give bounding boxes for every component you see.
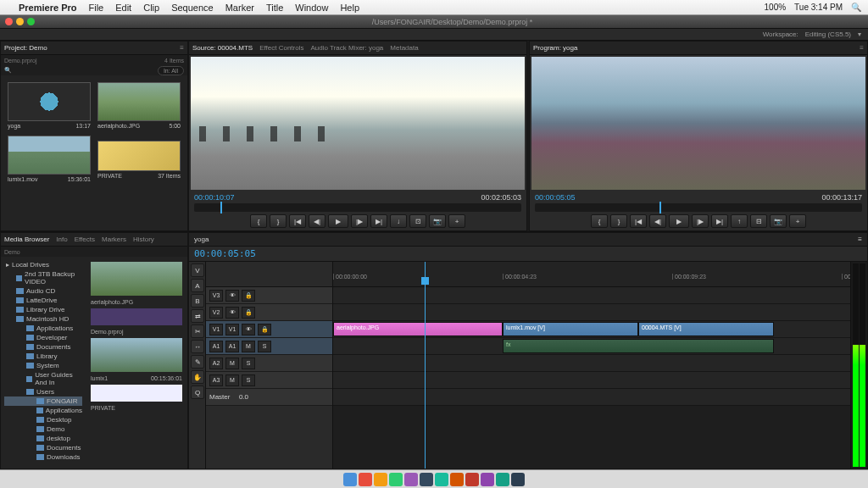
- bin-item[interactable]: yoga13:17: [8, 82, 91, 129]
- step-back-button[interactable]: ◀|: [309, 214, 326, 228]
- tree-node[interactable]: Users: [4, 387, 82, 396]
- mark-in-button[interactable]: {: [591, 214, 608, 228]
- dock-icon[interactable]: [374, 473, 387, 486]
- overwrite-button[interactable]: ⊡: [409, 214, 426, 228]
- bin-item[interactable]: PRIVATE37 Items: [97, 136, 181, 182]
- extract-button[interactable]: ⊟: [750, 214, 767, 228]
- tab-media-browser[interactable]: Media Browser: [4, 236, 49, 243]
- spotlight-icon[interactable]: 🔍: [851, 3, 861, 12]
- tab-project[interactable]: Project: Demo: [4, 44, 47, 52]
- tab-program[interactable]: Program: yoga: [533, 44, 577, 52]
- track-header-v2[interactable]: V2👁🔒: [206, 304, 332, 321]
- folder-icon[interactable]: [97, 141, 181, 171]
- workspace-selector[interactable]: Editing (CS5.5): [805, 30, 851, 38]
- lift-button[interactable]: ↑: [731, 214, 748, 228]
- tree-node[interactable]: Documents: [4, 342, 82, 352]
- step-back-button[interactable]: ◀|: [649, 214, 666, 228]
- tab-markers[interactable]: Markers: [102, 236, 126, 243]
- timeline-timecode[interactable]: 00:00:05:05: [194, 248, 256, 259]
- panel-menu-icon[interactable]: ≡: [858, 236, 862, 243]
- go-to-in-button[interactable]: |◀: [630, 214, 647, 228]
- tab-info[interactable]: Info: [56, 236, 67, 243]
- track-header-a2[interactable]: A2MS: [206, 355, 332, 372]
- timeline-ruler[interactable]: 00:00:00:0000:00:04:2300:00:09:2300:00:1…: [333, 262, 850, 287]
- menu-file[interactable]: File: [88, 3, 103, 13]
- media-browser-tree[interactable]: ▸ Local Drives 2nd 3TB Backup VIDEO Audi…: [1, 257, 86, 469]
- tool-button[interactable]: Q: [191, 385, 204, 399]
- settings-button[interactable]: +: [789, 214, 806, 228]
- tool-button[interactable]: ✎: [191, 355, 204, 369]
- workspace-menu-icon[interactable]: ▾: [858, 30, 861, 38]
- tab-effect-controls[interactable]: Effect Controls: [259, 44, 303, 52]
- track-lane-v3[interactable]: [333, 287, 850, 304]
- tree-node[interactable]: Desktop: [4, 415, 82, 424]
- bin-thumbnail[interactable]: [8, 82, 91, 121]
- preview-thumb[interactable]: [91, 308, 182, 325]
- go-to-out-button[interactable]: ▶|: [370, 214, 387, 228]
- source-timecode-current[interactable]: 00:00:10:07: [194, 193, 235, 202]
- track-lane-v2[interactable]: [333, 304, 850, 321]
- minimize-window-button[interactable]: [16, 18, 24, 25]
- dock-icon[interactable]: [343, 473, 357, 486]
- dock-icon[interactable]: [450, 473, 464, 486]
- mark-out-button[interactable]: }: [610, 214, 627, 228]
- bin-thumbnail[interactable]: [97, 82, 181, 121]
- tree-node[interactable]: Applications: [4, 406, 82, 415]
- tree-node[interactable]: FONGAIR: [4, 396, 82, 406]
- tree-node[interactable]: Library Drive: [4, 305, 82, 314]
- insert-button[interactable]: ↓: [390, 214, 407, 228]
- dock-icon[interactable]: [435, 473, 448, 486]
- tab-source[interactable]: Source: 00004.MTS: [192, 44, 253, 52]
- project-bin-grid[interactable]: yoga13:17 aerialphoto.JPG5:00 lumix1.mov…: [1, 75, 187, 230]
- go-to-in-button[interactable]: |◀: [289, 214, 306, 228]
- timeline-clip[interactable]: aerialphoto.JPG: [333, 322, 503, 336]
- timeline-clip[interactable]: fx: [503, 339, 774, 353]
- tree-node[interactable]: desktop: [4, 434, 82, 443]
- play-button[interactable]: ▶: [328, 214, 348, 228]
- menu-help[interactable]: Help: [340, 3, 359, 13]
- battery-status[interactable]: 100%: [765, 3, 787, 12]
- tab-metadata[interactable]: Metadata: [390, 44, 418, 52]
- tool-button[interactable]: ⇄: [191, 309, 204, 323]
- dock-icon[interactable]: [404, 473, 418, 486]
- bin-thumbnail[interactable]: [8, 136, 91, 175]
- tree-node[interactable]: Audio CD: [4, 286, 82, 296]
- tool-button[interactable]: V: [191, 263, 204, 277]
- close-window-button[interactable]: [5, 18, 13, 25]
- source-scrub-bar[interactable]: [194, 203, 521, 212]
- dock-icon[interactable]: [496, 473, 509, 486]
- dock-icon[interactable]: [389, 473, 403, 486]
- tree-node[interactable]: Library: [4, 352, 82, 361]
- dock-icon[interactable]: [359, 473, 372, 486]
- bin-item[interactable]: lumix1.mov15:36:01: [8, 136, 91, 182]
- step-fwd-button[interactable]: |▶: [692, 214, 709, 228]
- clock[interactable]: Tue 3:14 PM: [794, 3, 843, 12]
- preview-thumb[interactable]: [91, 262, 182, 296]
- dock-icon[interactable]: [511, 473, 525, 486]
- panel-menu-icon[interactable]: ≡: [180, 44, 184, 52]
- track-lane-a2[interactable]: [333, 355, 850, 372]
- tab-audio-mixer[interactable]: Audio Track Mixer: yoga: [310, 44, 383, 52]
- step-fwd-button[interactable]: |▶: [351, 214, 368, 228]
- tree-node[interactable]: LatteDrive: [4, 296, 82, 305]
- track-lane-v1[interactable]: aerialphoto.JPGlumix1.mov [V]00004.MTS […: [333, 321, 850, 338]
- track-header-master[interactable]: Master 0.0: [206, 389, 332, 406]
- track-header-a3[interactable]: A3MS: [206, 372, 332, 389]
- timeline-clip[interactable]: lumix1.mov [V]: [503, 322, 638, 336]
- preview-thumb[interactable]: [91, 385, 182, 402]
- tool-button[interactable]: ✋: [191, 370, 204, 384]
- tool-button[interactable]: B: [191, 294, 204, 308]
- mark-out-button[interactable]: }: [270, 214, 287, 228]
- tree-node[interactable]: Developer: [4, 333, 82, 342]
- tree-node[interactable]: Macintosh HD: [4, 314, 82, 324]
- tree-node[interactable]: 2nd 3TB Backup VIDEO: [4, 269, 82, 286]
- track-lane-master[interactable]: [333, 389, 850, 406]
- zoom-window-button[interactable]: [27, 18, 35, 25]
- track-header-v3[interactable]: V3👁🔒: [206, 287, 332, 304]
- tree-node[interactable]: Demo: [4, 424, 82, 434]
- settings-button[interactable]: +: [448, 214, 465, 228]
- timeline-clip[interactable]: 00004.MTS [V]: [638, 322, 774, 336]
- track-header-v1[interactable]: V1V1👁🔒: [206, 321, 332, 338]
- tree-node[interactable]: User Guides And In: [4, 370, 82, 387]
- go-to-out-button[interactable]: ▶|: [711, 214, 728, 228]
